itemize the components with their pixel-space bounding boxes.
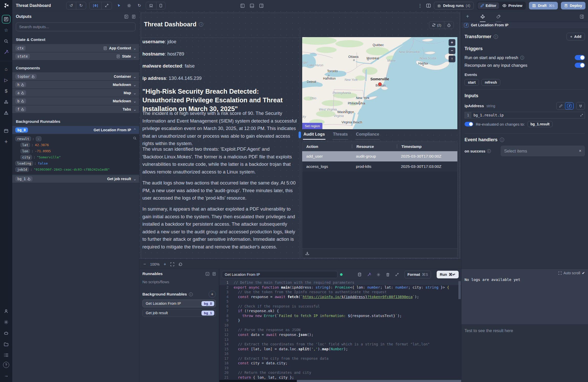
add-nav[interactable]: + (2, 137, 10, 146)
settings-nav[interactable] (2, 318, 10, 326)
refresh-theme-button[interactable]: ↻ (135, 2, 143, 9)
runnable-item[interactable]: Get job result bg_1 (142, 309, 216, 317)
tab-threats[interactable]: Threats (333, 130, 348, 140)
mobile-view-button[interactable] (156, 2, 165, 9)
chevron-down-icon[interactable]: ⌄ (133, 54, 137, 59)
pointer-tool-button[interactable] (115, 2, 123, 9)
styling-tab[interactable] (496, 11, 501, 22)
json-result-line[interactable]: result:- (15, 136, 136, 141)
insert-tab[interactable]: + (466, 11, 470, 22)
add-transformer-button[interactable]: +Add (567, 33, 585, 40)
undo-button[interactable]: ↺ (66, 2, 76, 9)
workers-nav[interactable] (2, 329, 10, 337)
connect-input-button[interactable] (576, 102, 585, 110)
event-chip-start[interactable]: start (465, 79, 479, 86)
preview-mode-button[interactable]: Preview (500, 2, 525, 9)
help-button[interactable]: ? (3, 362, 9, 368)
trash-icon[interactable] (386, 273, 390, 277)
doc-icon[interactable] (212, 272, 216, 276)
chevron-down-icon[interactable]: ⌄ (133, 46, 137, 51)
component-row-topbar[interactable]: topbar Container⌄ (12, 73, 139, 80)
eval-mode-button[interactable]: f (565, 102, 573, 110)
code-vertical-scrollbar[interactable] (458, 281, 461, 299)
col-resource[interactable]: Resource (352, 144, 397, 148)
col-timestamp[interactable]: Timestamp (397, 144, 457, 148)
collapse-panel-icon[interactable] (124, 15, 128, 19)
expand-canvas-button[interactable] (101, 2, 112, 9)
collapse-toggle[interactable]: - (36, 136, 41, 141)
desktop-view-button[interactable] (146, 2, 156, 9)
ai-wand-icon[interactable] (367, 273, 371, 277)
reset-view-icon[interactable] (178, 262, 183, 266)
favorites-nav[interactable]: ☆ (2, 26, 10, 35)
chevron-down-icon[interactable]: ⌄ (133, 74, 137, 79)
split-view-icon[interactable] (426, 4, 431, 8)
panel-left-icon[interactable] (240, 4, 245, 8)
col-action[interactable]: Action (302, 144, 352, 149)
set-region-button[interactable]: Set region (302, 123, 322, 129)
output-row-ctx[interactable]: ctx App Context ⌄ (12, 44, 139, 52)
code-horizontal-scrollbar[interactable] (219, 380, 461, 382)
component-row-h[interactable]: h Markdown⌄ (12, 81, 139, 89)
tab-audit-logs[interactable]: Audit Logs (303, 130, 325, 140)
tab-compliance[interactable]: Compliance (355, 130, 380, 140)
chevron-down-icon[interactable]: ⌄ (133, 91, 137, 95)
chevron-up-icon[interactable]: ⌃ (133, 128, 137, 133)
zoom-out-button[interactable]: − (143, 262, 146, 267)
redo-button[interactable]: ↻ (76, 2, 86, 9)
more-menu-button[interactable]: ⋮ (417, 3, 423, 8)
refresh-all-button[interactable]: (2) (429, 21, 444, 29)
resize-handle[interactable] (299, 132, 301, 138)
map-zoom-in-button[interactable]: + (449, 39, 455, 46)
map-component[interactable]: QuébecNew BrunswickNova ScotiaHalifaxOtt… (302, 37, 458, 129)
topbar-component[interactable]: Threat Dashboardi (2) (141, 19, 458, 38)
resources-nav[interactable] (2, 98, 10, 106)
run-button[interactable]: Run⌘↵ (437, 271, 459, 278)
database-icon[interactable] (358, 272, 361, 277)
theme-button[interactable] (125, 2, 133, 9)
editor-mode-button[interactable]: Editor (478, 2, 499, 9)
bg0-row[interactable]: bg_0 Get Location From IP⌃ (12, 126, 139, 134)
runnable-item-selected[interactable]: Get Location From IP bg_0 (142, 300, 216, 307)
event-chip-refresh[interactable]: refresh (481, 79, 500, 86)
bg1-row[interactable]: bg_1 Get job result⌄ (12, 175, 139, 183)
script-name-input[interactable] (222, 271, 337, 278)
reeval-dependency-chip[interactable]: bg_1.result (527, 121, 553, 127)
expand-logs-icon[interactable] (558, 271, 562, 275)
variables-nav[interactable]: $ (2, 87, 10, 95)
chevron-down-icon[interactable]: ⌄ (133, 99, 137, 104)
table-row[interactable]: access_logs prod-k8s 2025-03-30T17:03:00… (302, 161, 457, 172)
doc-panel-icon[interactable] (132, 15, 135, 19)
table-row[interactable]: add_user audit-group 2025-03-30T17:00:00… (302, 151, 457, 161)
component-row-a[interactable]: a Map⌄ (12, 89, 139, 97)
user-nav[interactable] (2, 307, 10, 315)
clear-select-icon[interactable]: × (579, 149, 581, 153)
panel-bottom-icon[interactable] (250, 4, 254, 8)
component-row-f[interactable]: f Tabs⌄ (12, 105, 139, 113)
app-canvas[interactable]: Threat Dashboardi (2) username: jdoe hos… (139, 11, 461, 269)
draft-button[interactable]: Draft ⌘S (529, 2, 558, 9)
apps-nav-selected[interactable] (2, 15, 10, 24)
expression-input[interactable]: 1 bg_1.result.ip (465, 112, 585, 118)
runs-nav[interactable]: ▷ (2, 76, 10, 84)
on-success-select[interactable]: Select items × (501, 146, 585, 156)
json-search-icon[interactable] (133, 136, 137, 140)
search-nav[interactable] (2, 37, 10, 46)
search-outputs-input[interactable] (16, 23, 135, 31)
component-row-b[interactable]: b Markdown⌄ (12, 97, 139, 105)
component-settings-tab[interactable] (480, 11, 485, 22)
folders-nav[interactable] (2, 340, 10, 348)
panel-right-icon[interactable] (259, 4, 264, 8)
schedule-button[interactable] (444, 21, 454, 29)
code-content[interactable]: 1// Define the main function with the re… (219, 280, 461, 380)
collapse-rail-button[interactable]: → (2, 371, 10, 380)
format-button[interactable]: Format⌘S (404, 271, 431, 278)
home-nav[interactable]: ⌂ (2, 65, 10, 73)
zoom-in-button[interactable]: + (164, 262, 166, 267)
map-zoom-out-button[interactable]: − (449, 47, 455, 54)
schedules-nav[interactable] (2, 109, 10, 117)
reeval-toggle[interactable] (465, 122, 473, 126)
output-row-state[interactable]: state State ⌄ (12, 52, 139, 60)
outline-count-button[interactable]: |0| (89, 2, 101, 9)
chevron-down-icon[interactable]: ⌄ (133, 177, 137, 181)
